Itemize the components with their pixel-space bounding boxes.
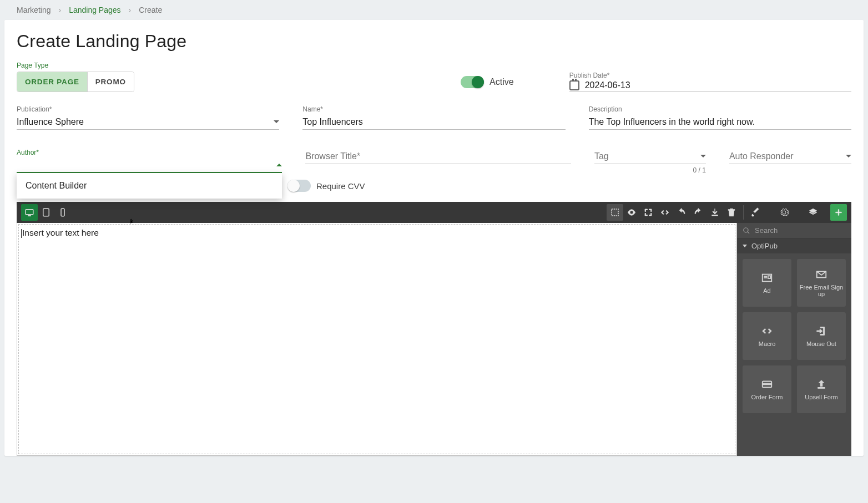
browser-title-input[interactable]: Browser Title* [305,149,571,164]
canvas-placeholder-text[interactable]: Insert your text here [19,225,735,241]
svg-rect-2 [43,209,49,216]
credit-card-icon [760,378,774,390]
add-component-button[interactable] [830,204,847,221]
editor-toolbar [17,202,851,223]
exit-icon [815,325,828,337]
tile-upsell-form[interactable]: Upsell Form [797,365,846,413]
selection-tool-button[interactable] [607,204,623,221]
author-label: Author* [17,149,282,156]
tile-free-email[interactable]: Free Email Sign up [797,259,846,307]
component-search[interactable]: Search [737,223,851,238]
chevron-up-icon [276,164,282,166]
chevron-down-icon [274,120,279,123]
promo-button[interactable]: PROMO [87,72,134,92]
author-value [17,160,19,170]
breadcrumb-marketing[interactable]: Marketing [17,6,51,14]
upload-icon [815,378,828,390]
publication-label: Publication* [17,105,279,113]
editor-canvas[interactable]: Insert your text here [17,223,737,456]
publish-date-field[interactable]: 2024-06-13 [569,80,851,92]
download-button[interactable] [706,204,723,221]
chevron-down-icon [700,155,706,157]
main-panel: Create Landing Page Page Type ORDER PAGE… [4,20,864,456]
page-type-toggle: ORDER PAGE PROMO [17,72,134,92]
svg-rect-3 [61,209,64,216]
preview-button[interactable] [623,204,640,221]
publication-select[interactable]: Influence Sphere [17,114,279,130]
tile-order-form[interactable]: Order Form [743,365,791,413]
tag-placeholder: Tag [594,151,609,161]
tile-mouse-out[interactable]: Mouse Out [797,312,846,360]
calendar-icon [569,80,579,90]
code-icon [760,325,774,337]
chevron-down-icon [743,245,747,247]
settings-button[interactable] [776,204,793,221]
active-label: Active [489,77,514,87]
breadcrumb-create: Create [139,6,162,14]
code-view-button[interactable] [657,204,673,221]
tag-select[interactable]: Tag [594,149,706,164]
tile-ad[interactable]: Ad [743,259,791,307]
chevron-down-icon [846,155,851,157]
search-icon [743,227,750,235]
publish-date-value: 2024-06-13 [585,80,630,90]
fullscreen-button[interactable] [640,204,657,221]
description-label: Description [589,105,851,113]
envelope-icon [815,268,828,281]
require-cvv-label: Require CVV [316,181,365,191]
active-toggle[interactable] [461,76,484,88]
breadcrumb-landing-pages[interactable]: Landing Pages [69,6,120,14]
name-value: Top Influencers [302,117,363,127]
redo-button[interactable] [690,204,706,221]
cursor-pointer-icon [128,217,135,227]
svg-rect-4 [612,209,618,216]
author-option-content-builder[interactable]: Content Builder [26,181,273,191]
description-value: The Top Influencers in the world right n… [589,117,755,127]
page-title: Create Landing Page [4,31,864,62]
component-category-label: OptiPub [751,242,778,250]
publication-value: Influence Sphere [17,117,84,127]
component-sidebar: Search OptiPub Ad Free Email Sign up Mac… [737,223,851,456]
tile-macro[interactable]: Macro [743,312,791,360]
svg-rect-1 [28,215,31,216]
browser-title-placeholder: Browser Title* [305,151,360,161]
chevron-right-icon: › [129,6,132,14]
svg-rect-8 [768,276,771,278]
order-page-button[interactable]: ORDER PAGE [17,72,87,92]
component-category[interactable]: OptiPub [737,238,851,253]
breadcrumb: Marketing › Landing Pages › Create [0,0,868,20]
desktop-view-button[interactable] [21,204,38,221]
brush-button[interactable] [747,204,764,221]
author-dropdown: Content Builder [17,173,282,199]
description-input[interactable]: The Top Influencers in the world right n… [589,114,851,130]
require-cvv-toggle[interactable] [287,180,311,192]
layers-button[interactable] [805,204,821,221]
component-search-placeholder: Search [755,226,778,235]
name-label: Name* [302,105,565,113]
mobile-view-button[interactable] [54,204,71,221]
tag-counter: 0 / 1 [594,166,706,174]
author-select[interactable] [17,157,282,173]
newspaper-icon [760,272,774,284]
svg-rect-0 [26,210,33,215]
svg-rect-11 [763,383,772,385]
name-input[interactable]: Top Influencers [302,114,565,130]
page-type-label: Page Type [4,62,864,72]
auto-responder-select[interactable]: Auto Responder [729,149,851,164]
delete-button[interactable] [723,204,740,221]
chevron-right-icon: › [58,6,61,14]
auto-responder-placeholder: Auto Responder [729,151,794,161]
undo-button[interactable] [673,204,690,221]
publish-date-label: Publish Date* [569,72,851,79]
tablet-view-button[interactable] [38,204,54,221]
